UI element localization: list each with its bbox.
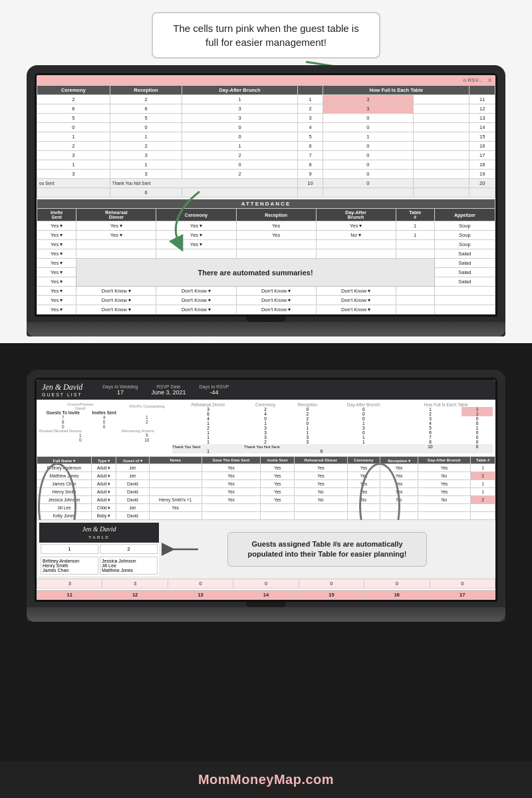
table-row: 663 2312 — [37, 104, 495, 114]
attendance-row: Yes ▾There are automated summaries!Salad — [37, 259, 495, 268]
guest-row: Jessica JohnsonAdult ▾David Henry Smith'… — [37, 496, 495, 504]
summary-data-row: 802 — [39, 420, 172, 424]
guest-list-label: GUEST LIST — [42, 392, 82, 397]
table-card-header: Jen & DavidTABLE — [39, 523, 159, 543]
footer-text: MomMoneyMap.com — [198, 772, 334, 787]
rsvp-header-bar: o RSV... 0 — [37, 75, 495, 85]
col-ceremony: Ceremony — [37, 86, 110, 95]
attendance-row: Yes ▾Yes ▾ Soup — [37, 240, 495, 249]
col-blank2 — [469, 86, 495, 95]
attendance-section-header: ATTENDANCE — [37, 200, 495, 209]
guest-row: Jill LeeChild ▾Jen Yes — [37, 504, 495, 512]
col-ceremony: Ceremony — [347, 457, 380, 464]
col-reception: Reception — [110, 86, 182, 95]
bottom-laptop-screen: Jen & David GUEST LIST Days to Wedding17… — [35, 378, 497, 602]
guest-entry: Henry Smith — [43, 563, 96, 568]
col-invite-sent: Invite Sent — [261, 457, 295, 464]
top-laptop-screen: o RSV... 0 Ceremony Reception Day-After … — [35, 73, 497, 317]
table-row: 110 5115 — [37, 132, 495, 142]
top-section: The cells turn pink when the guest table… — [0, 0, 532, 343]
summary-row: Guests To InviteInvites Sent — [39, 410, 172, 415]
rooms-data-row: 010 — [39, 438, 172, 442]
separator — [0, 343, 532, 363]
days-to-wedding: Days to Wedding17 — [102, 384, 138, 396]
right-data-row: 1331 70 — [172, 435, 493, 440]
table-annotation-text: Guests assigned Table #s are automatical… — [227, 532, 427, 567]
guestlist-header-bar: Jen & David GUEST LIST Days to Wedding17… — [37, 380, 495, 400]
col-full-name: Full Name ▾ — [37, 457, 92, 464]
right-data-row: 1231 80 — [172, 440, 493, 444]
col-number-row: 11 12 13 14 15 16 17 — [37, 591, 495, 600]
bottom-laptop-notch — [246, 602, 286, 607]
table-annotation-area: Guests assigned Table #s are automatical… — [162, 523, 493, 576]
table-num-2: 2 — [100, 544, 158, 554]
summary-area: Groom/PartnerDavid RSVPs Outstanding Gue… — [37, 400, 495, 456]
right-data-row: 6420 23 — [172, 412, 493, 416]
col-ceremony: Ceremony — [156, 209, 236, 221]
attendance-col-headers: InviteSent RehearsalDinner Ceremony Rece… — [37, 209, 495, 221]
attendance-row: Yes ▾Yes ▾Yes ▾ YesNo ▾1Soup — [37, 231, 495, 240]
bottom-section: Jen & David GUEST LIST Days to Wedding17… — [0, 363, 532, 622]
totals-row: ou Sent Thank You Not Sent 10020 — [37, 179, 495, 188]
col-save-date: Save The Date Sent — [201, 457, 260, 464]
table-row: 553 3013 — [37, 114, 495, 123]
col-invite-sent: InviteSent — [37, 209, 76, 221]
col-blank1 — [297, 86, 323, 95]
summary-header-row: Groom/PartnerDavid RSVPs Outstanding — [39, 402, 172, 410]
laptop-notch — [246, 317, 286, 322]
spreadsheet-header-row: Ceremony Reception Day-After Brunch How … — [37, 86, 495, 95]
table-seating-area: Jen & DavidTABLE 1 2 Brittney Anderson H… — [37, 520, 495, 579]
col-table-num: Table# — [396, 209, 434, 221]
attendance-row: Yes ▾Yes ▾Yes ▾ YesYes ▾1Soup — [37, 221, 495, 231]
right-total-val-row: 16 — [172, 449, 493, 454]
col-day-after-brunch: Day-After Brunch — [182, 86, 297, 95]
table1-guests: Brittney Anderson Henry Smith James Chan — [41, 557, 98, 575]
top-stats: Days to Wedding17 RSVP DateJune 3, 2021 … — [102, 384, 490, 396]
attendance-row: Yes ▾Don't Know ▾Don't Know ▾ Don't Know… — [37, 296, 495, 305]
guest-entry: Jill Lee — [102, 563, 156, 568]
right-summary: Rehearsal Dinner Ceremony Reception Day-… — [172, 402, 493, 454]
attendance-row: Yes ▾Don't Know ▾Don't Know ▾ Don't Know… — [37, 305, 495, 315]
col-guest-of: Guest of ▾ — [116, 457, 149, 464]
guest-entry: Matthew Jones — [102, 568, 156, 573]
summaries-callout: There are automated summaries! — [76, 259, 434, 287]
col-rehearsal-dinner: RehearsalDinner — [76, 209, 156, 221]
attendance-row: Yes ▾Don't Know ▾Don't Know ▾ Don't Know… — [37, 287, 495, 296]
bottom-empty-row: 33 00 00 0 — [37, 579, 495, 589]
guest-row: Henry SmithAdult ▾David YesYes NoYesYesY… — [37, 488, 495, 496]
top-spreadsheet: Ceremony Reception Day-After Brunch How … — [37, 85, 495, 315]
guest-row: Kelly JonesBaby ▾David — [37, 512, 495, 520]
col-appetizer: Appetizer — [434, 209, 495, 221]
table-num-1: 1 — [41, 544, 98, 554]
guest-row: Brittney AndersonAdult ▾Jen YesYes YesYe… — [37, 464, 495, 472]
right-summary-header: Rehearsal Dinner Ceremony Reception Day-… — [172, 402, 493, 407]
guest-entry: Brittney Anderson — [43, 559, 96, 563]
col-day-after: Day-After Brunch — [418, 457, 471, 464]
right-data-row: 1101 40 — [172, 421, 493, 426]
table-row: 000 4014 — [37, 123, 495, 132]
col-reception: Reception — [236, 209, 316, 221]
bottom-laptop-wrapper: Jen & David GUEST LIST Days to Wedding17… — [27, 370, 505, 622]
rsvp-date: RSVP DateJune 3, 2021 — [152, 384, 186, 396]
table-row: 332 9019 — [37, 170, 495, 179]
summary-data-row: 00 — [39, 424, 172, 429]
summary-data-row: 741 — [39, 415, 172, 420]
days-to-rsvp: Days to RSVP-44 — [200, 384, 229, 396]
total-val-row: 6 — [37, 188, 495, 198]
top-callout: The cells turn pink when the guest table… — [152, 12, 380, 59]
left-summary: Groom/PartnerDavid RSVPs Outstanding Gue… — [39, 402, 172, 454]
guest-entry: Jessica Johnson — [102, 559, 156, 563]
col-how-full: How Full Is Each Table — [323, 86, 469, 95]
right-total-row: Thank You Sent Thank You Not Sent 100 — [172, 444, 493, 449]
footer: MomMoneyMap.com — [0, 761, 532, 798]
col-reception: Reception ▾ — [380, 457, 418, 464]
top-laptop: o RSV... 0 Ceremony Reception Day-After … — [27, 65, 505, 336]
table-card: Jen & DavidTABLE 1 2 Brittney Anderson H… — [39, 523, 159, 576]
table-arrow — [162, 536, 201, 563]
guest-entry: James Chan — [43, 568, 96, 573]
rooms-data-row: 19 — [39, 433, 172, 438]
right-data-row: 1310 60 — [172, 430, 493, 435]
col-type: Type ▾ — [91, 457, 116, 464]
attendance-row: Yes ▾ Salad — [37, 249, 495, 259]
bottom-laptop: Jen & David GUEST LIST Days to Wedding17… — [27, 370, 505, 622]
